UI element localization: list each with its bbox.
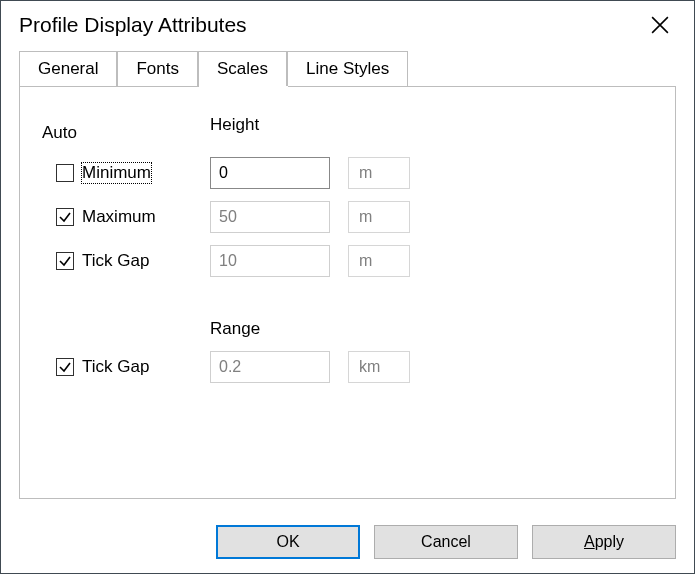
height-tickgap-checkbox[interactable] [56, 252, 74, 270]
tab-linestyles[interactable]: Line Styles [287, 51, 408, 86]
titlebar: Profile Display Attributes [1, 1, 694, 51]
dialog-window: Profile Display Attributes General Fonts… [0, 0, 695, 574]
maximum-label[interactable]: Maximum [82, 207, 156, 227]
tab-general[interactable]: General [19, 51, 117, 86]
ok-button[interactable]: OK [216, 525, 360, 559]
height-tickgap-input[interactable] [210, 245, 330, 277]
cancel-button[interactable]: Cancel [374, 525, 518, 559]
minimum-input[interactable] [210, 157, 330, 189]
range-tickgap-input[interactable] [210, 351, 330, 383]
check-icon [58, 360, 72, 374]
maximum-unit: m [348, 201, 410, 233]
maximum-checkbox-row: Maximum [42, 207, 192, 227]
maximum-checkbox[interactable] [56, 208, 74, 226]
range-tickgap-checkbox[interactable] [56, 358, 74, 376]
range-tickgap-unit: km [348, 351, 410, 383]
check-icon [58, 210, 72, 224]
tabpanel-container: Auto Height Minimum m Maximum [1, 86, 694, 513]
check-icon [58, 254, 72, 268]
dialog-button-row: OK Cancel Apply [1, 513, 694, 573]
height-tickgap-label[interactable]: Tick Gap [82, 251, 149, 271]
height-tickgap-checkbox-row: Tick Gap [42, 251, 192, 271]
scales-grid: Auto Height Minimum m Maximum [42, 105, 653, 383]
height-tickgap-unit: m [348, 245, 410, 277]
range-tickgap-label[interactable]: Tick Gap [82, 357, 149, 377]
close-button[interactable] [640, 9, 680, 41]
tab-scales[interactable]: Scales [198, 51, 287, 86]
minimum-unit: m [348, 157, 410, 189]
apply-button[interactable]: Apply [532, 525, 676, 559]
tabpanel-scales: Auto Height Minimum m Maximum [19, 86, 676, 499]
auto-group-label: Auto [42, 105, 192, 145]
range-section-label: Range [210, 319, 330, 339]
height-section-label: Height [210, 115, 330, 135]
window-title: Profile Display Attributes [19, 13, 247, 37]
maximum-input[interactable] [210, 201, 330, 233]
minimum-label[interactable]: Minimum [82, 163, 151, 183]
close-icon [651, 16, 669, 34]
range-tickgap-checkbox-row: Tick Gap [42, 357, 192, 377]
minimum-checkbox[interactable] [56, 164, 74, 182]
tabstrip: General Fonts Scales Line Styles [1, 51, 694, 86]
minimum-checkbox-row: Minimum [42, 163, 192, 183]
tab-fonts[interactable]: Fonts [117, 51, 198, 86]
